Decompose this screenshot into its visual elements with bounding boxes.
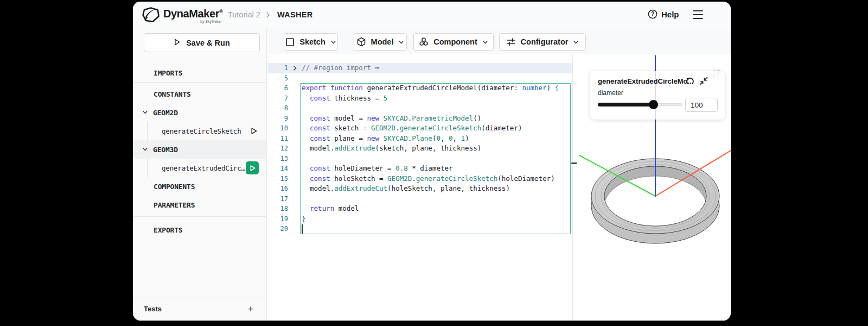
editor-line[interactable]: 18 return model [267, 204, 572, 214]
sidebar-item-parameters[interactable]: PARAMETERS [133, 196, 266, 214]
sidebar-item-geom3d[interactable]: GEOM3D [133, 140, 266, 159]
cluster-icon [419, 37, 429, 47]
save-and-run-button[interactable]: Save & Run [144, 33, 260, 52]
menu-icon[interactable] [693, 10, 703, 19]
sliders-icon [506, 37, 516, 47]
slider-track-filled[interactable] [598, 103, 654, 106]
sidebar-item-geom2d[interactable]: GEOM2D [133, 103, 266, 122]
editor-line[interactable]: 16 model.addExtrudeCut(holeSketch, plane… [267, 184, 572, 194]
slider-handle[interactable] [649, 100, 658, 109]
line-number: 5 [267, 73, 288, 84]
line-number: 9 [267, 114, 288, 124]
fold-gutter [288, 103, 302, 114]
editor-line[interactable]: 17 [267, 194, 572, 204]
editor-lines: 1// #region import ⋯56export function ge… [267, 63, 572, 234]
sidebar-item-label: EXPORTS [154, 226, 182, 234]
sidebar-item-generatecirclesketch[interactable]: generateCircleSketch [133, 122, 266, 140]
indent-guide [147, 122, 148, 140]
editor-line[interactable]: 20 [267, 224, 572, 234]
code-editor[interactable]: 1// #region import ⋯56export function ge… [267, 54, 573, 321]
parameter-label: diameter [598, 89, 623, 97]
editor-line[interactable]: 9 const model = new SKYCAD.ParametricMod… [267, 114, 572, 124]
editor-line[interactable]: 5 [267, 73, 572, 84]
code-text: const plane = new SKYCAD.Plane(0, 0, 1) [302, 134, 469, 144]
brand-name: DynaMaker® [163, 8, 222, 20]
chevron-down-icon [330, 39, 336, 45]
sidebar-item-exports[interactable]: EXPORTS [133, 221, 266, 239]
help-icon: ? [648, 9, 658, 19]
brand-tagline: by SkyMaker [190, 20, 222, 23]
chevron-down-icon[interactable] [142, 145, 148, 154]
help-label: Help [661, 10, 679, 19]
collapse-icon[interactable] [699, 76, 709, 86]
divider [133, 82, 266, 83]
editor-line[interactable]: 1// #region import ⋯ [267, 63, 572, 73]
chevron-down-icon [398, 39, 404, 45]
editor-line[interactable]: 11 const plane = new SKYCAD.Plane(0, 0, … [267, 134, 572, 144]
toolbar-button-configurator[interactable]: Configurator [499, 33, 586, 51]
code-text: const thickness = 5 [302, 93, 387, 104]
run-function-button[interactable] [250, 127, 258, 135]
breadcrumb-separator-icon [265, 11, 271, 21]
line-number: 13 [267, 154, 288, 164]
sidebar-item-components[interactable]: COMPONENTS [133, 177, 266, 196]
tests-label: Tests [144, 305, 162, 313]
app-window: DynaMaker® by SkyMaker Tutorial 2 WASHER… [133, 2, 731, 321]
line-number: 7 [267, 93, 288, 104]
line-number: 15 [267, 174, 288, 184]
registered-mark: ® [219, 9, 222, 14]
code-text: // #region import ⋯ [302, 63, 379, 73]
line-number: 16 [267, 184, 288, 194]
line-number: 1 [267, 63, 288, 73]
breadcrumb-project[interactable]: Tutorial 2 [228, 10, 260, 19]
sidebar-item-constants[interactable]: CONSTANTS [133, 85, 266, 103]
parameter-panel-title: generateExtrudedCircleMo... [598, 77, 693, 85]
toolbar-button-label: Configurator [521, 37, 569, 46]
run-function-button-active[interactable] [246, 161, 259, 174]
fold-gutter [288, 73, 302, 84]
editor-line[interactable]: 7 const thickness = 5 [267, 93, 572, 104]
toolbar-button-sketch[interactable]: Sketch [284, 33, 338, 51]
fold-chevron-icon[interactable] [288, 63, 302, 73]
parameter-panel: generateExtrudedCircleMo... diameter [590, 71, 725, 120]
viewer-3d: generateExtrudedCircleMo... diameter [577, 54, 731, 321]
code-text: const sketch = GEOM2D.generateCircleSket… [302, 123, 522, 134]
refresh-icon[interactable] [685, 77, 695, 86]
editor-line[interactable]: 8 [267, 103, 572, 114]
editor-line[interactable]: 19} [267, 214, 572, 224]
editor-line[interactable]: 12 model.addExtrude(sketch, plane, thick… [267, 143, 572, 154]
sidebar-items: IMPORTSCONSTANTSGEOM2DgenerateCircleSket… [133, 64, 266, 239]
fold-gutter [288, 194, 302, 204]
toolbar-button-model[interactable]: Model [354, 33, 407, 51]
add-test-button[interactable]: + [245, 304, 256, 315]
editor-line[interactable]: 6export function generateExtrudedCircleM… [267, 83, 572, 93]
editor-line[interactable]: 10 const sketch = GEOM2D.generateCircleS… [267, 123, 572, 134]
breadcrumb-current: WASHER [277, 10, 312, 19]
editor-line[interactable]: 14 const holeDiameter = 0.8 * diameter [267, 164, 572, 174]
line-number: 8 [267, 103, 288, 114]
editor-line[interactable]: 13 [267, 154, 572, 164]
pane-splitter[interactable] [573, 54, 577, 321]
code-text: export function generateExtrudedCircleMo… [302, 83, 559, 93]
play-icon [174, 39, 181, 47]
sidebar-item-generateextrudedcirc-[interactable]: generateExtrudedCirc… [133, 159, 266, 177]
fold-gutter [288, 134, 302, 144]
fold-gutter [288, 123, 302, 134]
line-number: 14 [267, 164, 288, 174]
fold-gutter [288, 154, 302, 164]
tests-section: Tests + [133, 297, 266, 321]
code-text: model.addExtrude(sketch, plane, thicknes… [302, 143, 481, 154]
chevron-down-icon[interactable] [142, 108, 148, 117]
fold-gutter [288, 174, 302, 184]
view-toolbar: SketchModelComponentConfigurator [267, 28, 731, 54]
fold-gutter [288, 214, 302, 224]
help-button[interactable]: ? Help [648, 9, 679, 19]
toolbar-button-component[interactable]: Component [413, 33, 494, 51]
line-number: 10 [267, 123, 288, 134]
fold-gutter [288, 164, 302, 174]
editor-line[interactable]: 15 const holeSketch = GEOM2D.generateCir… [267, 174, 572, 184]
diameter-value-input[interactable] [685, 98, 718, 112]
sidebar-item-imports[interactable]: IMPORTS [133, 64, 266, 82]
dynamaker-logo-icon[interactable] [140, 5, 162, 24]
line-number: 17 [267, 194, 288, 204]
